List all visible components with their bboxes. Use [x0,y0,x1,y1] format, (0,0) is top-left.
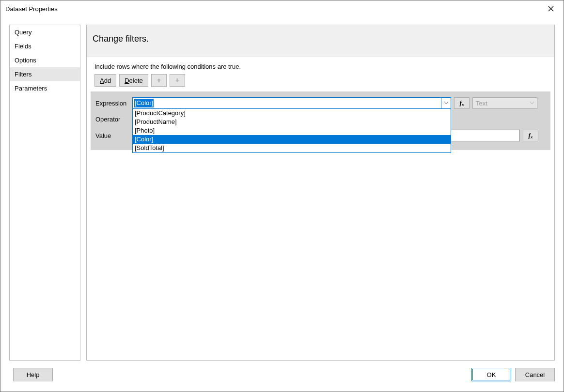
chevron-down-icon [530,102,534,105]
dialog-button-bar: Help OK Cancel [0,364,564,392]
move-down-button[interactable] [170,74,185,87]
filter-definition: Expression [Color] [ProductCategory] [Pr… [91,91,550,150]
sidebar: Query Fields Options Filters Parameters [9,25,80,361]
dropdown-option-selected[interactable]: [Color] [133,135,451,144]
expression-row: Expression [Color] [ProductCategory] [Pr… [95,97,546,109]
panel-header: Change filters. [87,25,554,57]
window-title: Dataset Properties [5,5,58,13]
fx-icon: fx [460,99,464,107]
sidebar-item-options[interactable]: Options [10,53,80,67]
add-rest: dd [104,77,111,84]
arrow-down-icon [175,78,180,83]
dropdown-option[interactable]: [SoldTotal] [133,144,451,152]
filters-toolbar: Add Delete [87,74,554,91]
instruction-text: Include rows where the following conditi… [87,57,554,74]
operator-label: Operator [95,116,132,123]
add-accel: A [100,77,104,84]
delete-accel: D [125,77,129,84]
close-button[interactable] [542,2,560,15]
expression-dropdown-button[interactable] [441,98,451,108]
help-button[interactable]: Help [13,368,53,381]
expression-dropdown-list[interactable]: [ProductCategory] [ProductName] [Photo] … [132,108,451,153]
sidebar-item-parameters[interactable]: Parameters [10,81,80,95]
sidebar-item-query[interactable]: Query [10,25,80,39]
dropdown-option[interactable]: [Photo] [133,126,451,135]
fx-icon: fx [529,132,533,139]
arrow-up-icon [157,78,161,83]
dropdown-option[interactable]: [ProductName] [133,118,451,126]
datatype-value: Text [476,100,487,107]
value-fx-button[interactable]: fx [523,130,538,141]
datatype-combo[interactable]: Text [472,97,537,109]
sidebar-item-fields[interactable]: Fields [10,39,80,53]
ok-button[interactable]: OK [471,368,511,381]
delete-rest: elete [129,77,143,84]
add-button[interactable]: Add [94,74,116,87]
value-label: Value [95,132,132,139]
chevron-down-icon [444,102,448,105]
expression-combo[interactable]: [Color] [ProductCategory] [ProductName] … [132,97,451,109]
cancel-button[interactable]: Cancel [515,368,555,381]
dialog-window: Dataset Properties Query Fields Options … [0,0,564,392]
titlebar: Dataset Properties [0,0,564,17]
dropdown-option[interactable]: [ProductCategory] [133,109,451,118]
expression-input[interactable] [132,97,451,109]
content-area: Query Fields Options Filters Parameters … [0,17,564,364]
main-panel: Change filters. Include rows where the f… [86,25,555,361]
close-icon [548,6,554,12]
sidebar-item-filters[interactable]: Filters [10,67,80,81]
delete-button[interactable]: Delete [119,74,148,87]
expression-fx-button[interactable]: fx [454,97,470,109]
move-up-button[interactable] [151,74,167,87]
expression-label: Expression [95,100,132,107]
